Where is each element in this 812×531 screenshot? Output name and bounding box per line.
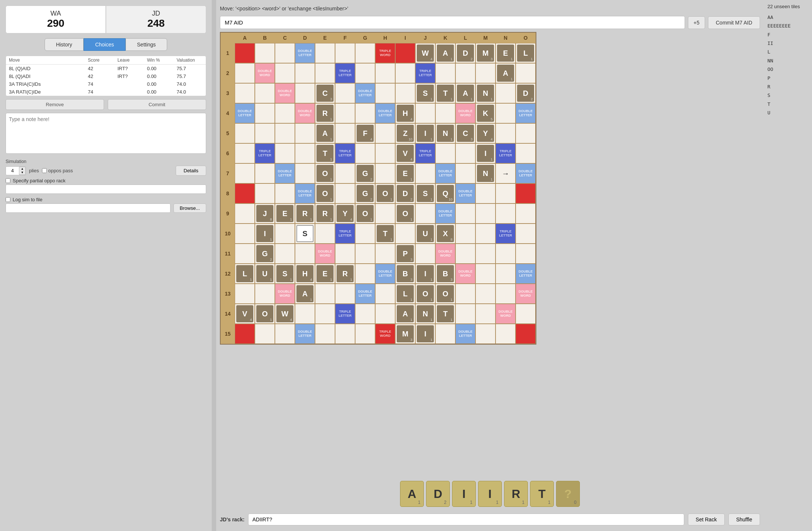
board-cell[interactable] (455, 203, 475, 224)
board-cell[interactable] (335, 103, 355, 123)
board-cell[interactable]: W4 (275, 304, 295, 324)
board-cell[interactable] (435, 63, 455, 83)
board-cell[interactable]: DOUBLELETTER (295, 43, 315, 63)
board-cell[interactable] (315, 284, 335, 304)
board-cell[interactable]: R1 (335, 264, 355, 284)
board-cell[interactable] (415, 163, 435, 183)
board-cell[interactable] (355, 143, 375, 163)
board-cell[interactable]: G2 (255, 244, 275, 264)
board-cell[interactable] (455, 143, 475, 163)
board-cell[interactable] (315, 304, 335, 324)
board-cell[interactable] (516, 324, 536, 344)
board-cell[interactable]: A1 (455, 83, 475, 103)
board-cell[interactable]: M3 (395, 324, 415, 344)
board-cell[interactable]: TRIPLELETTER (255, 143, 275, 163)
board-cell[interactable]: I1 (415, 264, 435, 284)
board-cell[interactable]: O1 (395, 203, 415, 224)
board-cell[interactable] (295, 304, 315, 324)
board-cell[interactable] (375, 123, 395, 143)
board-cell[interactable] (315, 43, 335, 63)
board-cell[interactable]: K5 (475, 103, 496, 123)
board-cell[interactable] (255, 183, 275, 203)
board-cell[interactable]: X8 (435, 224, 455, 244)
board-cell[interactable] (275, 183, 295, 203)
board-cell[interactable] (335, 123, 355, 143)
board-cell[interactable] (275, 244, 295, 264)
board-cell[interactable]: DOUBLELETTER (455, 183, 475, 203)
board-cell[interactable]: DOUBLEWORD (435, 244, 455, 264)
shuffle-button[interactable]: Shuffle (728, 514, 760, 525)
board-cell[interactable]: B3 (395, 264, 415, 284)
board-cell[interactable] (235, 123, 255, 143)
board-cell[interactable]: A1 (435, 43, 455, 63)
move-input[interactable] (220, 16, 685, 29)
board-cell[interactable] (275, 324, 295, 344)
board-cell[interactable] (496, 123, 516, 143)
board-cell[interactable]: TRIPLELETTER (335, 143, 355, 163)
board-cell[interactable] (275, 63, 295, 83)
board-cell[interactable]: S1 (415, 83, 435, 103)
board-cell[interactable] (516, 143, 536, 163)
board-cell[interactable] (475, 203, 496, 224)
board-cell[interactable] (415, 103, 435, 123)
board-cell[interactable] (355, 324, 375, 344)
table-row[interactable]: 3A RATI(C)IDe 74 0.00 74.0 (6, 88, 206, 96)
board-cell[interactable]: Q10 (435, 183, 455, 203)
board-cell[interactable] (295, 244, 315, 264)
browse-button[interactable]: Browse... (173, 203, 206, 213)
board-cell[interactable] (496, 324, 516, 344)
remove-button[interactable]: Remove (6, 99, 104, 110)
board-cell[interactable] (335, 183, 355, 203)
board-cell[interactable]: Y4 (335, 203, 355, 224)
board-cell[interactable]: S1 (295, 224, 315, 244)
board-cell[interactable] (275, 143, 295, 163)
board-cell[interactable]: M3 (475, 43, 496, 63)
board-cell[interactable]: O1 (435, 284, 455, 304)
board-cell[interactable] (355, 63, 375, 83)
board-cell[interactable] (315, 324, 335, 344)
board-cell[interactable] (355, 103, 375, 123)
rack-tile[interactable]: ?0 (556, 481, 580, 507)
board-cell[interactable] (516, 183, 536, 203)
board-cell[interactable] (355, 43, 375, 63)
board-cell[interactable]: DOUBLELETTER (435, 163, 455, 183)
board-cell[interactable] (455, 224, 475, 244)
board-cell[interactable]: E1 (315, 264, 335, 284)
board-cell[interactable] (435, 103, 455, 123)
board-cell[interactable]: N1 (415, 304, 435, 324)
partial-rack-input[interactable] (6, 185, 206, 194)
board-cell[interactable]: DOUBLELETTER (275, 163, 295, 183)
board-cell[interactable] (335, 284, 355, 304)
board-cell[interactable]: A1 (496, 63, 516, 83)
board-cell[interactable]: W4 (415, 43, 435, 63)
board-cell[interactable]: B3 (435, 264, 455, 284)
board-cell[interactable] (275, 123, 295, 143)
board-cell[interactable] (516, 63, 536, 83)
board-cell[interactable]: DOUBLEWORD (275, 284, 295, 304)
board-cell[interactable]: E1 (275, 203, 295, 224)
board-cell[interactable]: I1 (475, 143, 496, 163)
board-cell[interactable] (335, 43, 355, 63)
board-cell[interactable] (516, 244, 536, 264)
board-cell[interactable]: DOUBLELETTER (295, 324, 315, 344)
board-cell[interactable] (255, 163, 275, 183)
board-cell[interactable] (295, 63, 315, 83)
board-cell[interactable] (235, 83, 255, 103)
board-cell[interactable] (435, 143, 455, 163)
board-cell[interactable]: DOUBLELETTER (516, 103, 536, 123)
board-cell[interactable]: TRIPLELETTER (415, 63, 435, 83)
board-cell[interactable] (335, 324, 355, 344)
board-cell[interactable]: E1 (395, 163, 415, 183)
note-textarea[interactable] (6, 113, 206, 154)
board-cell[interactable] (496, 284, 516, 304)
board-cell[interactable]: I1 (415, 123, 435, 143)
board-cell[interactable] (295, 83, 315, 103)
board-cell[interactable]: T1 (315, 143, 335, 163)
board-cell[interactable] (235, 244, 255, 264)
board-cell[interactable]: V4 (235, 304, 255, 324)
board-cell[interactable]: DOUBLEWORD (255, 63, 275, 83)
board-cell[interactable] (375, 163, 395, 183)
board-cell[interactable]: A1 (395, 304, 415, 324)
board-cell[interactable]: TRIPLELETTER (415, 143, 435, 163)
board-cell[interactable]: O1 (415, 284, 435, 304)
